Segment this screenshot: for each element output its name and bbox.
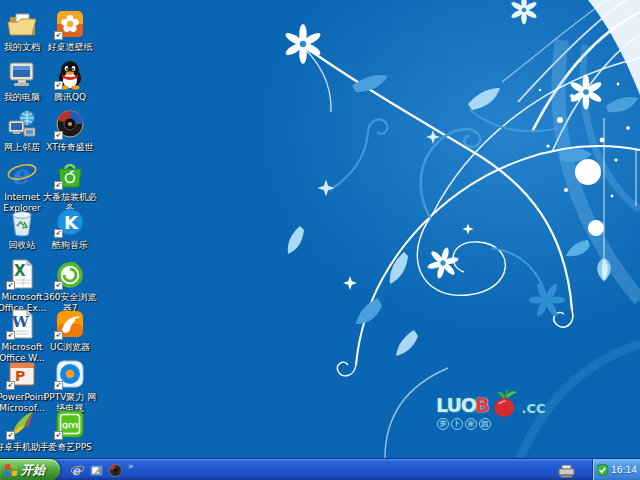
desktop-icon-pptv[interactable]: ➶ PPTV聚力 网 络电视	[43, 358, 97, 414]
icon-label: XT传奇盛世	[43, 142, 97, 153]
windows-logo-icon	[4, 463, 18, 477]
iqiyi-pps-icon: QIYI ➶	[54, 408, 86, 440]
desktop-icon-my-computer[interactable]: 我的电脑	[0, 58, 49, 103]
desktop-icon-my-documents[interactable]: 我的文档	[0, 8, 49, 53]
shortcut-arrow-badge: ➶	[54, 81, 63, 90]
internet-explorer-icon: e	[6, 158, 38, 190]
desktop-icon-haozhuo-assistant[interactable]: ➶ 好卓手机助手	[0, 408, 49, 453]
kugou-music-icon: K ➶	[54, 206, 86, 238]
svg-text:X: X	[14, 262, 26, 280]
quick-launch-media-icon[interactable]	[108, 463, 123, 478]
desktop-icon-uc-browser[interactable]: ➶ UC浏览器	[43, 308, 97, 353]
desktop: 我的文档 ➶ 好桌道壁纸	[0, 0, 640, 480]
excel-icon: X ➶	[6, 258, 38, 290]
tomato-bag-icon: ➶	[54, 158, 86, 190]
shortcut-arrow-badge: ➶	[54, 31, 63, 40]
desktop-icon-haozhuodao-wallpaper[interactable]: ➶ 好桌道壁纸	[43, 8, 97, 53]
icon-label: 爱奇艺PPS	[43, 442, 97, 453]
powerpoint-icon: P ➶	[6, 358, 38, 390]
icon-label: 回收站	[0, 240, 49, 251]
360-browser-icon: ➶	[54, 258, 86, 290]
watermark-b-text: B	[475, 394, 489, 416]
my-documents-icon	[6, 8, 38, 40]
word-icon: W ➶	[6, 308, 38, 340]
watermark-luo-text: LUO	[436, 394, 476, 416]
recycle-bin-icon	[6, 206, 38, 238]
svg-text:QIYI: QIYI	[62, 422, 78, 430]
network-places-icon	[6, 108, 38, 140]
shortcut-arrow-badge: ➶	[6, 381, 15, 390]
shortcut-arrow-badge: ➶	[6, 431, 15, 440]
icon-label: 网上邻居	[0, 142, 49, 153]
icon-label: 我的文档	[0, 42, 49, 53]
desktop-icon-ms-powerpoint[interactable]: P ➶ PowerPoint Microsof...	[0, 358, 49, 414]
svg-text:W: W	[11, 313, 30, 331]
tray-green-shield-icon[interactable]	[597, 461, 608, 480]
icon-label: 酷狗音乐	[43, 240, 97, 251]
shortcut-arrow-badge: ➶	[6, 331, 15, 340]
svg-text:K: K	[64, 212, 79, 233]
icon-label: 腾讯QQ	[43, 92, 97, 103]
system-tray: 16:14	[592, 459, 640, 480]
shortcut-arrow-badge: ➶	[54, 181, 63, 190]
quick-launch-ie-icon[interactable]: e	[70, 463, 85, 478]
tray-clock[interactable]: 16:14	[611, 465, 637, 475]
haozhuo-assistant-icon: ➶	[6, 408, 38, 440]
pptv-icon: ➶	[54, 358, 86, 390]
icon-label: 我的电脑	[0, 92, 49, 103]
subtitle-char: 园	[479, 418, 491, 430]
shortcut-arrow-badge: ➶	[54, 131, 63, 140]
icon-label: 好卓手机助手	[0, 442, 49, 453]
shortcut-arrow-badge: ➶	[54, 229, 63, 238]
shortcut-arrow-badge: ➶	[54, 381, 63, 390]
haozhuodao-wallpaper-icon: ➶	[54, 8, 86, 40]
desktop-icon-tencent-qq[interactable]: ➶ 腾讯QQ	[43, 58, 97, 103]
quick-launch-bar: e »	[66, 459, 134, 480]
watermark-cc-text: .CC	[522, 401, 546, 416]
desktop-icon-xt-legend[interactable]: ➶ XT传奇盛世	[43, 108, 97, 153]
shortcut-arrow-badge: ➶	[6, 281, 15, 290]
desktop-icon-360-browser[interactable]: ➶ 360安全浏览 器7	[43, 258, 97, 314]
desktop-icon-kugou-music[interactable]: K ➶ 酷狗音乐	[43, 206, 97, 251]
shortcut-arrow-badge: ➶	[54, 431, 63, 440]
start-button-label: 开始	[21, 462, 45, 479]
qq-icon: ➶	[54, 58, 86, 90]
icon-label: 好桌道壁纸	[43, 42, 97, 53]
shortcut-arrow-badge: ➶	[54, 281, 63, 290]
desktop-icon-ms-word[interactable]: W ➶ Microsoft Office W...	[0, 308, 49, 364]
radish-icon	[491, 388, 521, 420]
start-button[interactable]: 开始	[0, 459, 60, 480]
taskbar: 开始 e	[0, 458, 640, 480]
my-computer-icon	[6, 58, 38, 90]
svg-text:P: P	[15, 368, 25, 384]
desktop-icon-recycle-bin[interactable]: 回收站	[0, 206, 49, 251]
shortcut-arrow-badge: ➶	[54, 331, 63, 340]
subtitle-char: 卜	[451, 418, 463, 430]
icon-label: UC浏览器	[43, 342, 97, 353]
desktop-icon-iqiyi-pps[interactable]: QIYI ➶ 爱奇艺PPS	[43, 408, 97, 453]
printer-icon[interactable]	[558, 463, 575, 480]
subtitle-char: 家	[465, 418, 477, 430]
quick-launch-overflow-chevron[interactable]: »	[128, 459, 134, 473]
quick-launch-show-desktop-icon[interactable]	[89, 463, 104, 478]
desktop-icon-ms-excel[interactable]: X ➶ Microsoft Office Ex...	[0, 258, 49, 314]
xt-legend-icon: ➶	[54, 108, 86, 140]
subtitle-char: 萝	[437, 418, 449, 430]
luobo-watermark: LUOB .CC 萝 卜 家 园	[436, 388, 566, 436]
uc-browser-icon: ➶	[54, 308, 86, 340]
svg-text:e: e	[11, 159, 30, 190]
svg-text:e: e	[72, 463, 81, 478]
desktop-icon-network-places[interactable]: 网上邻居	[0, 108, 49, 153]
